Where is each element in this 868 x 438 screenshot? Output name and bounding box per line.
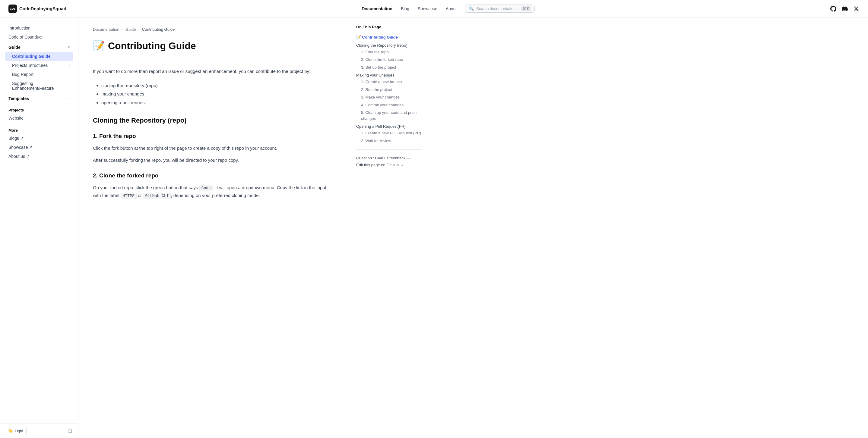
sidebar-item-suggesting-enhancement[interactable]: Suggesting Enhancement/Feature (5, 79, 73, 93)
logo-icon: CDS (8, 4, 17, 13)
sidebar-item-projects-structures[interactable]: Projects Structures › (5, 61, 73, 70)
header-icons (830, 5, 860, 12)
sidebar: Introduction Code of Counduct Guide ▾ Co… (0, 18, 79, 438)
search-box[interactable]: 🔍 Search documentation... ⌘ K (465, 4, 534, 13)
sun-icon: ☀️ (8, 429, 13, 433)
sidebar-item-bug-report[interactable]: Bug Report (5, 70, 73, 79)
toc-section-cloning: Cloning the Repository (repo) (356, 41, 422, 48)
sidebar-item-website[interactable]: Website › (5, 113, 73, 123)
fork-text-1: Click the fork button at the top right o… (93, 144, 335, 152)
main-content: Documentation › Guide › Contributing Gui… (79, 18, 350, 438)
toc-title: On This Page (356, 25, 422, 29)
sidebar-item-blogs[interactable]: Blogs ↗ (5, 134, 73, 143)
projects-structures-chevron-icon: › (68, 63, 70, 67)
panel-toggle-icon[interactable]: ⊡ (67, 427, 73, 435)
breadcrumb-sep-1: › (122, 27, 123, 32)
search-icon: 🔍 (469, 6, 474, 11)
title-emoji: 📝 (93, 40, 105, 52)
code-code: Code (199, 185, 213, 191)
page-title-text: Contributing Guide (108, 40, 196, 52)
breadcrumb-current: Contributing Guide (142, 27, 175, 32)
nav-documentation[interactable]: Documentation (362, 6, 392, 11)
intro-bullets: cloning the repository (repo) making you… (93, 81, 335, 107)
toc-link-cleanup[interactable]: 5. Clean up your code and push changes (356, 109, 422, 122)
bullet-2: making your changes (101, 90, 335, 99)
sidebar-item-about-us[interactable]: About us ↗ (5, 152, 73, 161)
bullet-3: opening a pull request (101, 99, 335, 107)
toc-link-make-changes[interactable]: 3. Make your changes (356, 93, 422, 101)
discord-icon[interactable] (841, 5, 848, 12)
sidebar-templates-toggle[interactable]: Templates › (5, 94, 73, 103)
bullet-1: cloning the repository (repo) (101, 81, 335, 90)
breadcrumb-sep-2: › (138, 27, 140, 32)
logo-text: CodeDeployingSquad (19, 6, 66, 11)
templates-chevron-icon: › (68, 96, 70, 101)
logo[interactable]: CDS CodeDeployingSquad (8, 4, 66, 13)
header: CDS CodeDeployingSquad Documentation Blo… (0, 0, 868, 18)
toc-link-run[interactable]: 2. Run the project (356, 86, 422, 94)
website-chevron-icon: › (68, 116, 70, 120)
fork-text-2: After successfully forking the repo, you… (93, 156, 335, 164)
subsection-clone: 2. Clone the forked repo (93, 172, 335, 179)
sidebar-more-label: More (5, 124, 73, 134)
nav-blog[interactable]: Blog (401, 6, 409, 11)
intro-paragraph: If you want to do more than report an is… (93, 67, 335, 75)
breadcrumb-documentation[interactable]: Documentation (93, 27, 119, 32)
toc-link-setup[interactable]: 3. Set up the project (356, 64, 422, 71)
toc-panel: On This Page 📝 Contributing Guide Clonin… (350, 18, 428, 438)
toc-link-clone[interactable]: 2. Clone the forked repo (356, 56, 422, 64)
guide-chevron-icon: ▾ (68, 45, 70, 49)
code-https: HTTPS (121, 193, 136, 199)
breadcrumb-guide[interactable]: Guide (125, 27, 136, 32)
toc-link-wait-review[interactable]: 2. Wait for review (356, 137, 422, 145)
toc-link-new-branch[interactable]: 1. Create a new branch (356, 78, 422, 86)
toc-feedback-link[interactable]: Question? Give us feedback → (356, 155, 422, 162)
sidebar-guide-toggle[interactable]: Guide ▾ (5, 43, 73, 52)
nav-showcase[interactable]: Showcase (418, 6, 437, 11)
subsection-fork: 1. Fork the repo (93, 133, 335, 139)
toc-link-create-pr[interactable]: 1. Create a new Pull Request (PR) (356, 129, 422, 137)
theme-toggle[interactable]: ☀️ Light (5, 427, 27, 435)
sidebar-item-introduction[interactable]: Introduction (5, 24, 73, 33)
sidebar-item-contributing-guide[interactable]: Contributing Guide (5, 52, 73, 61)
toc-link-fork[interactable]: 1. Fork the repo (356, 48, 422, 56)
code-cli: GitHub CLI (143, 193, 171, 199)
section-cloning: Cloning the Repository (repo) (93, 116, 335, 125)
toc-section-pr: Opening a Pull Request(PR) (356, 122, 422, 129)
main-nav: Documentation Blog Showcase About 🔍 Sear… (362, 4, 534, 13)
breadcrumb: Documentation › Guide › Contributing Gui… (93, 27, 335, 32)
nav-about[interactable]: About (446, 6, 457, 11)
page-layout: Introduction Code of Counduct Guide ▾ Co… (0, 18, 868, 438)
toc-link-commit[interactable]: 4. Commit your changes (356, 101, 422, 109)
toc-edit-link[interactable]: Edit this page on GitHub → (356, 162, 422, 168)
search-placeholder: Search documentation... (476, 6, 519, 11)
toc-divider (356, 149, 422, 150)
twitter-icon[interactable] (853, 5, 860, 12)
toc-section-making: Making your Changes (356, 71, 422, 78)
toc-link-contributing-guide[interactable]: 📝 Contributing Guide (356, 33, 422, 41)
sidebar-item-showcase[interactable]: Showcase ↗ (5, 143, 73, 152)
clone-text: On your forked repo, click the green but… (93, 184, 335, 199)
title-divider (93, 60, 335, 60)
search-kbd: ⌘ K (521, 6, 530, 11)
sidebar-projects-label: Projects (5, 104, 73, 113)
github-icon[interactable] (830, 5, 837, 12)
sidebar-item-code-of-conduct[interactable]: Code of Counduct (5, 33, 73, 41)
page-title: 📝 Contributing Guide (93, 40, 335, 52)
